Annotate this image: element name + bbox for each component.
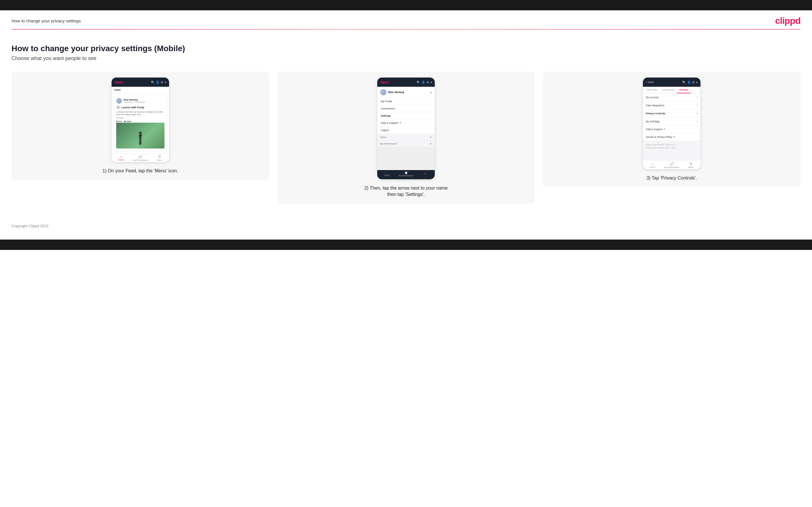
nav-performance-2[interactable]: 📈 My Performance — [397, 172, 416, 178]
phone-2-logo: clippd — [380, 80, 389, 84]
svg-point-0 — [139, 131, 142, 134]
golf-image — [116, 123, 164, 149]
settings-item-help[interactable]: Help & Support ↗ — [643, 125, 701, 133]
tab-connections[interactable]: Connections — [660, 87, 677, 93]
menu-icon-3: ☰ — [690, 162, 693, 166]
step-3-caption: 3) Tap 'Privacy Controls'. — [646, 175, 697, 181]
dropdown-icon-3: ▾ — [696, 81, 698, 84]
chevron-right-icon-bag: › — [697, 120, 698, 123]
settings-icon-3: ⚙ — [692, 81, 695, 84]
golfer-silhouette — [136, 131, 145, 149]
menu-item-logout-label: Logout — [381, 129, 389, 131]
settings-icon: ⚙ — [161, 81, 163, 84]
svg-rect-3 — [139, 140, 140, 145]
chevron-right-icon-data: › — [697, 104, 698, 107]
phone-1-bottombar: ⌂ Home 📈 My Performance ☰ Menu — [111, 153, 169, 162]
chart-icon-3: 📈 — [670, 162, 674, 166]
nav-menu-3[interactable]: ☰ Menu — [681, 162, 701, 168]
chevron-right-icon-privacy: › — [697, 112, 698, 115]
nav-performance-3[interactable]: 📈 My Performance — [662, 162, 681, 168]
menu-item-profile[interactable]: My Profile — [377, 98, 435, 105]
menu-item-settings-label: Settings — [381, 114, 391, 117]
logo: clippd — [775, 15, 801, 26]
phone-3-bottombar: ⌂ Home 📈 My Performance ☰ Menu — [643, 160, 701, 169]
step-1-caption: 1) On your Feed, tap the 'Menu' icon. — [102, 168, 178, 174]
menu-item-connections[interactable]: Connections — [377, 105, 435, 112]
menu-section-performance-label: My Performance — [380, 143, 397, 145]
post-duration-label: Duration — [116, 117, 164, 119]
menu-section-performance[interactable]: My Performance ∨ — [377, 140, 435, 147]
settings-item-account[interactable]: My Account › — [643, 93, 701, 101]
profile-icon-3: 👤 — [687, 81, 691, 84]
top-bar — [0, 0, 812, 10]
post-header: Blair McHarg Yesterday · Sunningdale — [116, 98, 164, 104]
phone-2-bottombar: ⌂ Home 📈 My Performance ✕ × — [377, 170, 435, 179]
step-3-card: < Back 🔍 👤 ⚙ ▾ My Profile Connections Se… — [543, 72, 801, 187]
menu-user-avatar — [380, 89, 387, 95]
menu-item-settings[interactable]: Settings — [377, 112, 435, 119]
menu-item-help-label: Help & Support ↗ — [381, 121, 401, 124]
menu-icon: ☰ — [158, 155, 161, 159]
phone-3-topbar: < Back 🔍 👤 ⚙ ▾ — [643, 77, 701, 87]
chevron-down-icon-performance: ∨ — [430, 142, 432, 145]
post-user-name: Blair McHarg — [123, 99, 146, 101]
step-2-phone: clippd 🔍 👤 ⚙ ▾ Blair McHarg ∧ — [377, 77, 435, 179]
settings-item-help-label: Help & Support ↗ — [646, 128, 665, 131]
menu-item-logout[interactable]: Logout — [377, 127, 435, 134]
spacer — [643, 152, 701, 160]
chart-icon-2: 📈 — [405, 172, 407, 174]
header: How to change your privacy settings clip… — [0, 10, 812, 29]
settings-item-privacy[interactable]: Privacy Controls › — [643, 109, 701, 117]
nav-home-2[interactable]: ⌂ Home — [377, 172, 397, 178]
chevron-up-icon: ∧ — [430, 91, 432, 94]
profile-icon-2: 👤 — [421, 81, 425, 84]
step-1-phone: clippd 🔍 👤 ⚙ ▾ Feed — [111, 77, 169, 162]
step-3-phone: < Back 🔍 👤 ⚙ ▾ My Profile Connections Se… — [643, 77, 701, 169]
phone-2-topbar: clippd 🔍 👤 ⚙ ▾ — [377, 77, 435, 87]
avatar — [116, 98, 122, 104]
nav-home[interactable]: ⌂ Home — [111, 155, 131, 161]
dropdown-icon: ▾ — [165, 81, 166, 84]
settings-version: Clippd Client Version: 2022.8.3-3 GQL Se… — [643, 141, 701, 152]
feed-tab: Feed — [111, 87, 169, 93]
version-line-2: GQL Server Version: 2022.7.30-1 — [646, 147, 698, 150]
back-button[interactable]: < Back — [646, 81, 654, 83]
menu-item-profile-label: My Profile — [381, 100, 392, 103]
settings-item-account-label: My Account — [646, 96, 658, 99]
post-user-sub: Yesterday · Sunningdale — [123, 101, 146, 103]
copyright-text: Copyright Clippd 2022 — [11, 224, 49, 228]
phone-2-icons: 🔍 👤 ⚙ ▾ — [417, 81, 432, 84]
search-icon-3: 🔍 — [682, 81, 686, 84]
lesson-icon: 🏌 — [116, 105, 120, 109]
nav-menu[interactable]: ☰ Menu — [150, 155, 169, 161]
lesson-title-row: 🏌 Lesson with Fordy — [116, 105, 164, 109]
tab-my-profile[interactable]: My Profile — [645, 87, 660, 93]
nav-performance[interactable]: 📈 My Performance — [131, 155, 150, 161]
close-icon: ✕ — [424, 172, 427, 176]
settings-item-data-label: Data Integrations — [646, 104, 664, 107]
footer: Copyright Clippd 2022 — [0, 215, 812, 234]
menu-item-help[interactable]: Help & Support ↗ — [377, 119, 435, 127]
tab-settings[interactable]: Settings — [677, 87, 691, 93]
phone-1-icons: 🔍 👤 ⚙ ▾ — [151, 81, 166, 84]
settings-item-privacy-policy-label: Service & Privacy Policy ↗ — [646, 135, 675, 138]
nav-home-3[interactable]: ⌂ Home — [643, 162, 662, 168]
phone-1-topbar: clippd 🔍 👤 ⚙ ▾ — [111, 77, 169, 87]
feed-post: Blair McHarg Yesterday · Sunningdale 🏌 L… — [114, 96, 167, 151]
settings-item-data[interactable]: Data Integrations › — [643, 101, 701, 109]
settings-item-bag-label: My Golf Bag — [646, 120, 659, 123]
chart-icon: 📈 — [138, 155, 142, 159]
phone-3-icons: 🔍 👤 ⚙ ▾ — [682, 81, 698, 84]
step-1-card: clippd 🔍 👤 ⚙ ▾ Feed — [11, 72, 269, 180]
chevron-down-icon-home: ∨ — [430, 135, 432, 138]
settings-item-bag[interactable]: My Golf Bag › — [643, 117, 701, 125]
menu-section-home-label: Home — [380, 136, 386, 138]
settings-tabs: My Profile Connections Settings — [643, 87, 701, 93]
menu-user-name: Blair McHarg — [388, 91, 404, 94]
menu-section-home[interactable]: Home ∨ — [377, 134, 435, 140]
header-breadcrumb: How to change your privacy settings — [11, 18, 81, 23]
nav-close[interactable]: ✕ × — [415, 172, 435, 178]
settings-item-privacy-policy[interactable]: Service & Privacy Policy ↗ — [643, 133, 701, 141]
post-user-info: Blair McHarg Yesterday · Sunningdale — [123, 99, 146, 103]
overlay-content — [377, 147, 435, 170]
